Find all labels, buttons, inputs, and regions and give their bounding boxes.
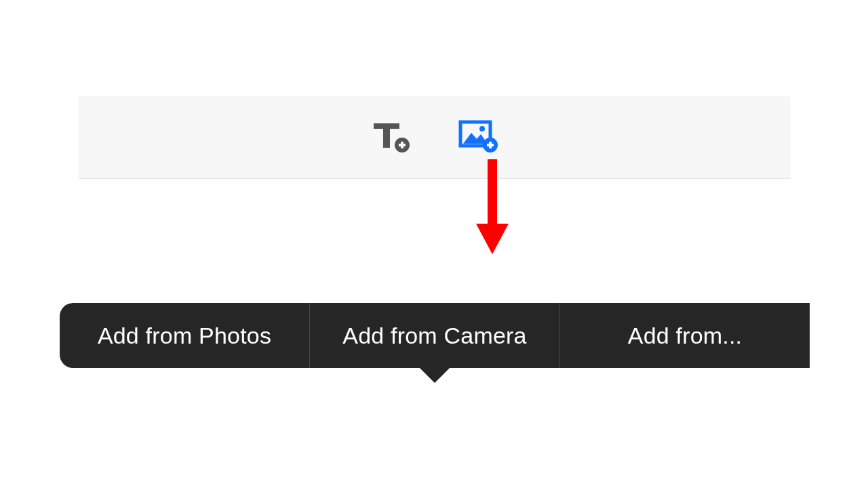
add-from-camera-item[interactable]: Add from Camera (309, 303, 559, 368)
add-text-icon (370, 118, 413, 157)
menu-item-label: Add from Photos (98, 323, 271, 349)
svg-point-4 (479, 126, 485, 131)
svg-marker-9 (476, 224, 509, 254)
add-image-button[interactable] (456, 119, 500, 156)
add-image-popover: Add from Photos Add from Camera Add from… (60, 303, 810, 368)
toolbar (79, 96, 791, 179)
add-from-photos-item[interactable]: Add from Photos (60, 303, 309, 368)
menu-item-label: Add from... (628, 323, 742, 349)
add-text-button[interactable] (370, 119, 413, 156)
add-image-icon (456, 118, 500, 157)
add-from-more-item[interactable]: Add from... (559, 303, 810, 368)
menu-item-label: Add from Camera (342, 323, 526, 349)
popover-tail (420, 368, 450, 383)
svg-rect-2 (401, 142, 403, 148)
svg-rect-7 (489, 142, 492, 148)
